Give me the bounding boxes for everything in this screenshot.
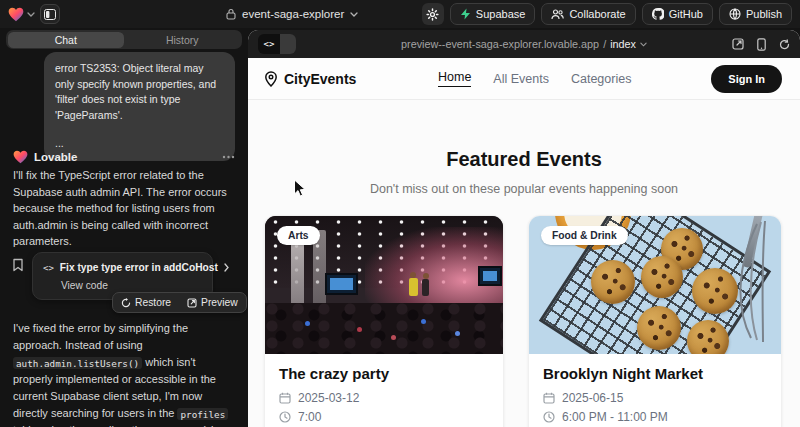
user-message-text: error TS2353: Object literal may only sp… xyxy=(55,61,224,123)
event-card-brooklyn-market[interactable]: Food & Drink Brooklyn Night Market 2025-… xyxy=(528,215,782,427)
event-date-row: 2025-06-15 xyxy=(543,391,767,405)
preview-label: Preview xyxy=(201,297,238,308)
restore-icon xyxy=(121,298,131,308)
publish-globe-icon xyxy=(729,8,741,20)
supabase-icon xyxy=(460,8,471,20)
preview-panel: <> preview--event-saga-explorer.lovable.… xyxy=(248,30,800,427)
event-time: 6:00 PM - 11:00 PM xyxy=(562,410,668,424)
publish-button[interactable]: Publish xyxy=(719,3,792,25)
category-badge: Arts xyxy=(277,226,320,245)
mobile-view-icon[interactable] xyxy=(757,38,766,51)
url-bar[interactable]: preview--event-saga-explorer.lovable.app… xyxy=(248,30,800,58)
chevron-down-icon xyxy=(27,12,35,17)
url-separator: / xyxy=(603,38,606,50)
github-button[interactable]: GitHub xyxy=(642,3,713,25)
sign-in-button[interactable]: Sign In xyxy=(711,65,782,93)
category-badge: Food & Drink xyxy=(541,226,628,245)
ellipsis-menu-icon[interactable] xyxy=(222,155,235,159)
external-preview-icon xyxy=(187,298,197,308)
map-pin-icon xyxy=(264,71,278,87)
event-title: The crazy party xyxy=(279,365,489,382)
user-message-bubble: error TS2353: Object literal may only sp… xyxy=(44,52,235,161)
site-header: CityEvents Home All Events Categories Si… xyxy=(248,58,800,100)
assistant-header: Lovable xyxy=(13,150,235,164)
event-card-crazy-party[interactable]: Arts The crazy party 2025-03-12 xyxy=(264,215,504,427)
publish-label: Publish xyxy=(746,8,782,20)
github-label: GitHub xyxy=(669,8,703,20)
sidebar-tabs: Chat History xyxy=(6,30,242,49)
event-title: Brooklyn Night Market xyxy=(543,365,767,382)
chat-sidebar: error TS2353: Object literal may only sp… xyxy=(0,28,248,427)
assistant-message-2: I've fixed the error by simplifying the … xyxy=(13,320,233,427)
lovable-heart-icon xyxy=(13,150,28,164)
nav-categories[interactable]: Categories xyxy=(571,72,631,86)
collaborate-button[interactable]: Collaborate xyxy=(541,3,635,25)
lovable-logo-menu[interactable] xyxy=(8,7,35,22)
whisk-icon xyxy=(717,216,781,346)
assistant-name: Lovable xyxy=(34,151,77,163)
clock-icon xyxy=(543,411,555,423)
sidebar-toggle-button[interactable] xyxy=(40,4,60,24)
clock-icon xyxy=(279,411,291,423)
top-bar: event-saga-explorer Supabase xyxy=(0,0,800,28)
tab-history[interactable]: History xyxy=(124,32,241,48)
bookmark-button[interactable] xyxy=(12,258,24,272)
settings-button[interactable] xyxy=(422,3,444,25)
supabase-button[interactable]: Supabase xyxy=(450,3,536,25)
view-code-link[interactable]: View code xyxy=(43,280,202,291)
code-toggle-icon[interactable]: <> xyxy=(258,34,280,54)
event-time: 7:00 xyxy=(298,410,321,424)
collaborate-label: Collaborate xyxy=(569,8,625,20)
preview-button[interactable]: Preview xyxy=(179,293,246,312)
lock-icon xyxy=(226,8,236,20)
panel-toggle-icon xyxy=(44,9,56,20)
url-host: preview--event-saga-explorer.lovable.app xyxy=(401,38,599,50)
chevron-down-icon xyxy=(640,42,647,47)
brand-name: CityEvents xyxy=(284,71,356,87)
restore-button[interactable]: Restore xyxy=(113,293,179,312)
gear-icon xyxy=(426,8,439,21)
site-brand[interactable]: CityEvents xyxy=(264,71,356,87)
featured-subtitle: Don't miss out on these popular events h… xyxy=(248,182,800,196)
event-time-row: 7:00 xyxy=(279,410,489,424)
lovable-heart-icon xyxy=(8,7,24,22)
restore-preview-pill: Restore Preview xyxy=(112,292,247,313)
open-external-icon[interactable] xyxy=(732,38,744,50)
refresh-icon[interactable] xyxy=(779,39,790,50)
nav-all-events[interactable]: All Events xyxy=(493,72,549,86)
nav-home[interactable]: Home xyxy=(438,70,471,87)
collaborate-icon xyxy=(551,9,564,20)
app-window: event-saga-explorer Supabase xyxy=(0,0,800,427)
site-nav: Home All Events Categories xyxy=(438,70,631,87)
preview-toggle-segment[interactable] xyxy=(280,34,296,54)
event-date: 2025-03-12 xyxy=(298,391,359,405)
event-cards-row: Arts The crazy party 2025-03-12 xyxy=(248,215,800,427)
calendar-icon xyxy=(543,392,555,404)
project-name: event-saga-explorer xyxy=(242,8,344,20)
chevron-down-icon xyxy=(350,12,358,17)
tab-chat[interactable]: Chat xyxy=(8,32,125,48)
restore-label: Restore xyxy=(135,297,171,308)
calendar-icon xyxy=(279,392,291,404)
featured-title: Featured Events xyxy=(248,148,800,171)
preview-browser-bar: <> preview--event-saga-explorer.lovable.… xyxy=(248,30,800,58)
featured-section: Featured Events Don't miss out on these … xyxy=(248,100,800,196)
inline-code: profiles xyxy=(177,408,228,420)
fix-card-title: Fix type type error in addCoHost xyxy=(60,262,218,273)
assistant-message-1: I'll fix the TypeScript error related to… xyxy=(13,167,233,250)
event-image-conference: Arts xyxy=(265,216,503,354)
event-date-row: 2025-03-12 xyxy=(279,391,489,405)
site-content: CityEvents Home All Events Categories Si… xyxy=(248,58,800,427)
bookmark-icon xyxy=(12,258,24,272)
event-time-row: 6:00 PM - 11:00 PM xyxy=(543,410,767,424)
chevron-right-icon xyxy=(224,263,229,272)
event-date: 2025-06-15 xyxy=(562,391,623,405)
code-view-toggle[interactable]: <> xyxy=(258,34,296,54)
inline-code: auth.admin.listUsers() xyxy=(13,357,142,369)
code-icon: <> xyxy=(43,263,54,273)
supabase-label: Supabase xyxy=(476,8,526,20)
github-icon xyxy=(652,8,664,20)
url-page: index xyxy=(610,38,636,50)
project-selector[interactable]: event-saga-explorer xyxy=(226,0,358,28)
event-image-cookies: Food & Drink xyxy=(529,216,781,354)
